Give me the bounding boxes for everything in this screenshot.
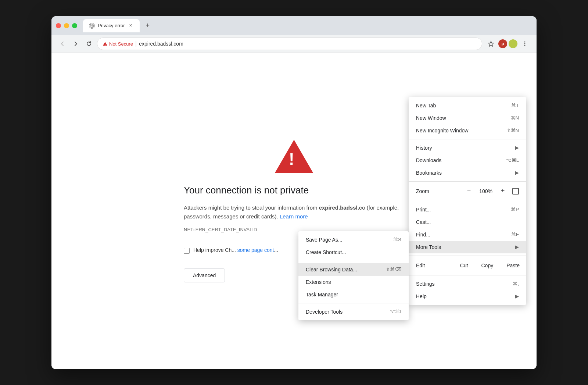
error-domain: expired.badssl.c bbox=[319, 204, 362, 211]
menu-item-label: New Window bbox=[416, 115, 446, 121]
back-arrow-icon bbox=[59, 40, 66, 47]
menu-item-label: New Tab bbox=[416, 103, 436, 108]
address-bar: ! Not Secure | expired.badssl.com μ bbox=[51, 35, 537, 53]
edit-row: Edit Cut Copy Paste bbox=[409, 258, 526, 273]
fullscreen-button[interactable] bbox=[512, 188, 519, 195]
warning-icon: ! bbox=[103, 41, 108, 46]
help-checkbox[interactable] bbox=[184, 248, 190, 254]
menu-item-label: Settings bbox=[416, 281, 435, 287]
copy-button[interactable]: Copy bbox=[475, 260, 500, 271]
menu-item-label: Find... bbox=[416, 232, 430, 238]
menu-shortcut: ⌘, bbox=[513, 281, 519, 286]
menu-item-label: History bbox=[416, 145, 432, 151]
bookmark-star-button[interactable] bbox=[485, 38, 497, 50]
arrow-icon: ▶ bbox=[515, 145, 519, 150]
menu-button[interactable] bbox=[519, 38, 531, 50]
error-description-start: Attackers might be trying to steal your … bbox=[184, 204, 319, 211]
new-tab-button[interactable]: + bbox=[143, 21, 153, 31]
submenu-item-clear-browsing[interactable]: Clear Browsing Data... ⇧⌘⌫ bbox=[298, 263, 409, 276]
menu-item-label: Help bbox=[416, 293, 427, 299]
menu-shortcut: ⌥⌘L bbox=[506, 157, 519, 163]
submenu-divider bbox=[298, 261, 409, 261]
error-icon bbox=[275, 140, 313, 173]
toolbar-icons: μ bbox=[485, 38, 531, 50]
close-button[interactable] bbox=[56, 23, 61, 28]
svg-text:!: ! bbox=[105, 43, 105, 46]
submenu-item-extensions[interactable]: Extensions bbox=[298, 276, 409, 288]
tab-favicon bbox=[89, 23, 95, 29]
submenu-item-label: Create Shortcut... bbox=[306, 249, 346, 255]
zoom-row: Zoom − 100% + bbox=[409, 184, 526, 199]
zoom-out-button[interactable]: − bbox=[464, 186, 474, 196]
url-text: expired.badssl.com bbox=[139, 41, 183, 47]
menu-item-settings[interactable]: Settings ⌘, bbox=[409, 278, 526, 290]
not-secure-badge: ! Not Secure bbox=[103, 41, 133, 47]
menu-shortcut: ⇧⌘N bbox=[507, 128, 519, 133]
extension-button[interactable] bbox=[509, 39, 517, 48]
submenu-item-save-page[interactable]: Save Page As... ⌘S bbox=[298, 234, 409, 246]
zoom-in-button[interactable]: + bbox=[498, 186, 508, 196]
learn-more-link[interactable]: Learn more bbox=[280, 213, 308, 220]
browser-window: Privacy error ✕ + ! bbox=[51, 16, 537, 369]
menu-item-find[interactable]: Find... ⌘F bbox=[409, 228, 526, 241]
traffic-lights bbox=[56, 23, 77, 28]
zoom-label: Zoom bbox=[416, 188, 429, 194]
error-description: Attackers might be trying to steal your … bbox=[184, 203, 404, 221]
menu-item-label: Cast... bbox=[416, 219, 431, 225]
cut-button[interactable]: Cut bbox=[453, 260, 475, 271]
submenu-shortcut: ⌥⌘I bbox=[390, 309, 401, 314]
minimize-button[interactable] bbox=[64, 23, 69, 28]
zoom-controls: − 100% + bbox=[464, 186, 519, 196]
url-separator: | bbox=[135, 40, 137, 47]
arrow-icon: ▶ bbox=[515, 293, 519, 299]
submenu-item-dev-tools[interactable]: Developer Tools ⌥⌘I bbox=[298, 306, 409, 318]
menu-item-cast[interactable]: Cast... bbox=[409, 216, 526, 228]
menu-shortcut: ⌘F bbox=[511, 232, 519, 237]
ublock-button[interactable]: μ bbox=[498, 39, 507, 48]
forward-arrow-icon bbox=[72, 40, 79, 47]
svg-marker-5 bbox=[488, 41, 494, 46]
svg-point-6 bbox=[524, 42, 526, 43]
svg-point-7 bbox=[524, 43, 526, 44]
menu-item-new-tab[interactable]: New Tab ⌘T bbox=[409, 99, 526, 112]
submenu-divider bbox=[298, 303, 409, 303]
menu-item-print[interactable]: Print... ⌘P bbox=[409, 203, 526, 216]
globe-icon bbox=[90, 24, 94, 28]
menu-shortcut: ⌘T bbox=[511, 103, 519, 108]
page-content: Your connection is not private Attackers… bbox=[51, 53, 537, 369]
menu-divider bbox=[409, 256, 526, 256]
checkbox-link[interactable]: some page cont bbox=[237, 247, 274, 253]
menu-item-help[interactable]: Help ▶ bbox=[409, 290, 526, 303]
submenu-item-task-manager[interactable]: Task Manager bbox=[298, 288, 409, 301]
forward-button[interactable] bbox=[71, 39, 81, 49]
submenu: Save Page As... ⌘S Create Shortcut... Cl… bbox=[298, 231, 409, 320]
menu-item-label: New Incognito Window bbox=[416, 128, 468, 133]
advanced-button[interactable]: Advanced bbox=[184, 268, 225, 282]
back-button[interactable] bbox=[57, 39, 68, 49]
menu-item-history[interactable]: History ▶ bbox=[409, 142, 526, 154]
submenu-item-create-shortcut[interactable]: Create Shortcut... bbox=[298, 246, 409, 259]
active-tab[interactable]: Privacy error ✕ bbox=[83, 19, 140, 32]
menu-item-label: Print... bbox=[416, 207, 431, 213]
menu-item-downloads[interactable]: Downloads ⌥⌘L bbox=[409, 154, 526, 167]
menu-shortcut: ⌘N bbox=[511, 115, 519, 121]
menu-item-bookmarks[interactable]: Bookmarks ▶ bbox=[409, 167, 526, 179]
menu-item-new-window[interactable]: New Window ⌘N bbox=[409, 112, 526, 124]
reload-button[interactable] bbox=[84, 39, 94, 49]
maximize-button[interactable] bbox=[72, 23, 77, 28]
menu-item-label: Downloads bbox=[416, 157, 441, 163]
checkbox-text: Help improve Ch bbox=[193, 247, 232, 253]
menu-item-label: More Tools bbox=[416, 244, 441, 250]
url-bar[interactable]: ! Not Secure | expired.badssl.com bbox=[97, 38, 482, 50]
arrow-icon: ▶ bbox=[515, 170, 519, 175]
three-dots-icon bbox=[521, 40, 528, 47]
star-icon bbox=[487, 40, 495, 47]
submenu-shortcut: ⌘S bbox=[393, 237, 401, 242]
paste-button[interactable]: Paste bbox=[500, 260, 526, 271]
tab-close-button[interactable]: ✕ bbox=[128, 23, 134, 29]
menu-item-new-incognito[interactable]: New Incognito Window ⇧⌘N bbox=[409, 124, 526, 137]
arrow-icon: ▶ bbox=[515, 244, 519, 250]
error-title: Your connection is not private bbox=[184, 185, 404, 196]
zoom-percent: 100% bbox=[478, 188, 493, 194]
menu-item-more-tools[interactable]: More Tools ▶ bbox=[409, 241, 526, 253]
